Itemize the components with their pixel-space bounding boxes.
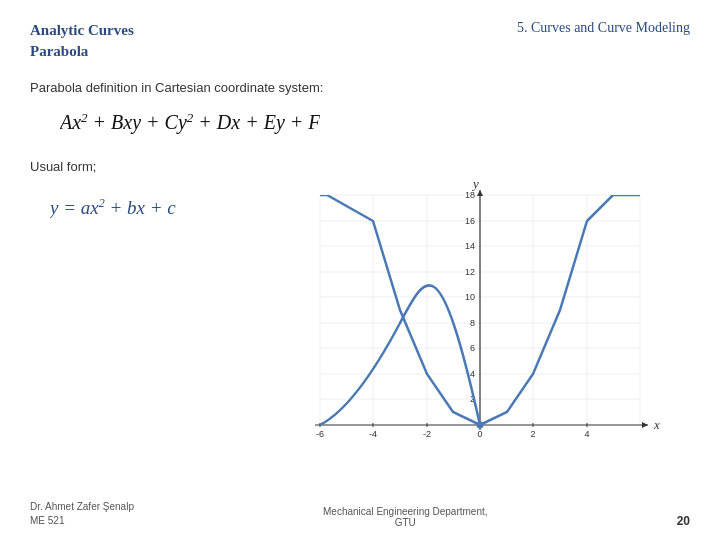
general-formula: Ax2 + Bxy + Cy2 + Dx + Ey + F = 0 [60,103,690,145]
svg-text:8: 8 [470,318,475,328]
title-left-line2: Parabola [30,41,134,62]
svg-text:16: 16 [465,216,475,226]
title-right: 5. Curves and Curve Modeling [517,20,690,36]
svg-text:-2: -2 [423,429,431,439]
svg-text:0: 0 [477,429,482,439]
svg-text:12: 12 [465,267,475,277]
svg-text:4: 4 [470,369,475,379]
parabola-chart: -6 -4 -2 0 2 4 2 4 [280,180,660,450]
formula-svg: Ax2 + Bxy + Cy2 + Dx + Ey + F = 0 [60,103,320,141]
svg-text:2: 2 [530,429,535,439]
vertex-dot [477,422,484,429]
footer-course: ME 521 [30,514,134,528]
right-content: -6 -4 -2 0 2 4 2 4 [250,180,690,450]
title-left-line1: Analytic Curves [30,20,134,41]
svg-text:18: 18 [465,190,475,200]
footer: Dr. Ahmet Zafer Şenalp ME 521 Mechanical… [30,500,690,528]
usual-form-svg: y = ax2 + bx + c [50,190,230,226]
svg-text:14: 14 [465,241,475,251]
header: Analytic Curves Parabola 5. Curves and C… [30,20,690,62]
footer-left: Dr. Ahmet Zafer Şenalp ME 521 [30,500,134,528]
x-axis-label: x [653,417,660,432]
svg-text:4: 4 [584,429,589,439]
definition-label: Parabola definition in Cartesian coordin… [30,80,690,95]
y-axis-label: y [471,180,479,191]
left-content: y = ax2 + bx + c [30,180,250,230]
svg-text:-6: -6 [316,429,324,439]
svg-text:y = ax2
             + bx + c: y = ax2 + bx + c [50,196,176,218]
title-left: Analytic Curves Parabola [30,20,134,62]
main-content: y = ax2 + bx + c [30,180,690,450]
footer-page-number: 20 [677,514,690,528]
svg-text:-4: -4 [369,429,377,439]
svg-text:6: 6 [470,343,475,353]
footer-dept: Mechanical Engineering Department, [323,506,488,517]
footer-uni: GTU [323,517,488,528]
usual-form-equation: y = ax2 + bx + c [50,190,250,230]
footer-author: Dr. Ahmet Zafer Şenalp [30,500,134,514]
footer-center: Mechanical Engineering Department, GTU [323,506,488,528]
svg-text:Ax2
         + 
        Bxy
  : Ax2 + Bxy + Cy2 + Dx + Ey + F = 0 [60,110,320,135]
usual-form-label: Usual form; [30,159,690,174]
page: Analytic Curves Parabola 5. Curves and C… [0,0,720,540]
svg-text:10: 10 [465,292,475,302]
x-axis-arrow [642,422,648,428]
